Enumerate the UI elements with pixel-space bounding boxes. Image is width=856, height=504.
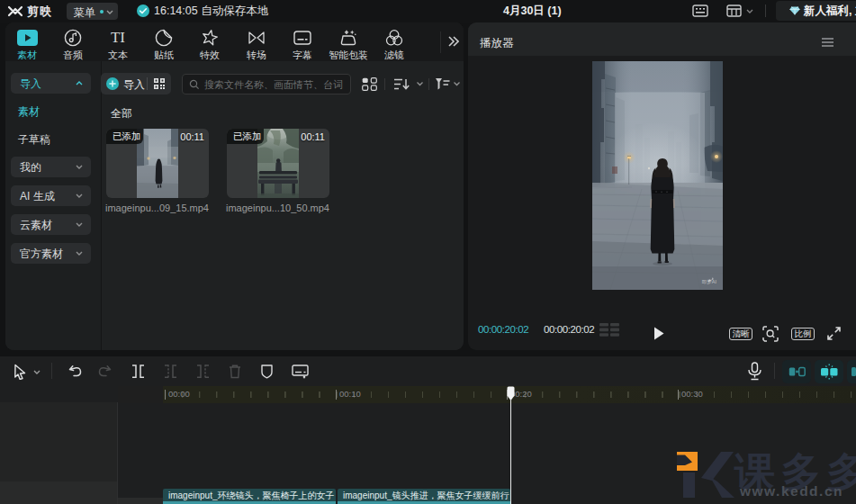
svg-text:www.kedd.cn: www.kedd.cn bbox=[739, 483, 843, 499]
